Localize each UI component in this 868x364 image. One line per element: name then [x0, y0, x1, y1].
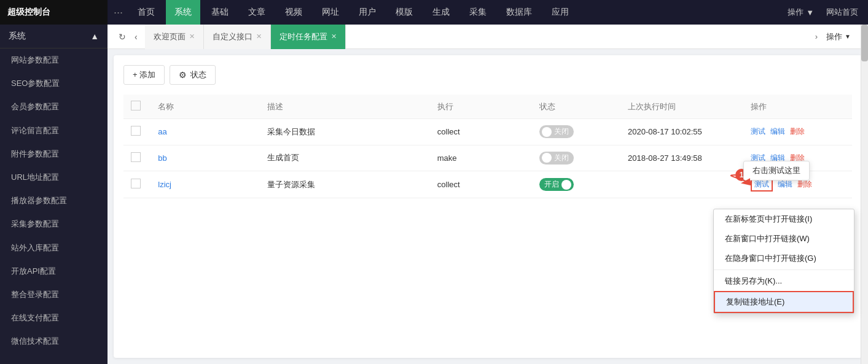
prev-tab-icon[interactable]: ‹ [132, 29, 140, 44]
sidebar-item-attachment[interactable]: 附件参数配置 [0, 142, 108, 166]
row1-time: 2020-08-17 10:02:55 [620, 119, 743, 145]
tab-cron[interactable]: 定时任务配置 ✕ [271, 25, 346, 49]
nav-item-app[interactable]: 应用 [543, 0, 577, 25]
row3-name-link[interactable]: lzicj [158, 180, 171, 189]
sidebar-collapse-icon[interactable]: ▲ [90, 31, 99, 41]
nav-item-user[interactable]: 用户 [350, 0, 385, 25]
row1-toggle[interactable]: 关闭 [539, 125, 574, 138]
row3-exec: collect [430, 171, 532, 198]
row1-edit-link[interactable]: 编辑 [770, 126, 785, 137]
row3-delete-link[interactable]: 删除 [797, 179, 812, 190]
tab-close-custom[interactable]: ✕ [256, 33, 262, 41]
table-header-row: 名称 描述 执行 状态 上次执行时间 操作 [123, 95, 852, 119]
row1-exec: collect [430, 119, 532, 145]
row2-name-link[interactable]: bb [158, 153, 166, 163]
nav-dots[interactable]: ··· [108, 6, 129, 19]
scrollbar-track [861, 25, 868, 364]
sidebar-item-wechat[interactable]: 微信技术配置 [0, 330, 108, 353]
row3-edit-link[interactable]: 编辑 [778, 179, 792, 190]
tab-items: 欢迎页面 ✕ 自定义接口 ✕ 定时任务配置 ✕ [145, 25, 805, 49]
sidebar-item-member[interactable]: 会员参数配置 [0, 95, 108, 118]
sidebar-item-seo[interactable]: SEO参数配置 [0, 72, 108, 95]
top-op-button[interactable]: 操作 ▼ [788, 7, 814, 18]
tab-welcome[interactable]: 欢迎页面 ✕ [145, 25, 204, 49]
row1-status: 关闭 [532, 119, 620, 145]
status-button[interactable]: ⚙ 状态 [170, 65, 216, 85]
sidebar-item-pay[interactable]: 在线支付配置 [0, 306, 108, 330]
row3-name: lzicj [151, 171, 259, 198]
row2-desc: 生成首页 [260, 145, 430, 171]
tab-op-arrow-icon: ▼ [845, 33, 851, 40]
nav-item-collect[interactable]: 采集 [461, 0, 495, 25]
nav-item-url[interactable]: 网址 [313, 0, 348, 25]
row3-time [620, 171, 743, 198]
context-menu-item-incognito[interactable]: 在隐身窗口中打开链接(G) [714, 249, 854, 268]
sidebar-item-player[interactable]: 播放器参数配置 [0, 189, 108, 212]
tab-bar-left: ↻ ‹ [112, 29, 144, 44]
context-menu-item-new-window[interactable]: 在新窗口中打开链接(W) [714, 229, 854, 249]
row1-name-link[interactable]: aa [158, 127, 166, 136]
header-checkbox-cell [123, 95, 151, 119]
nav-item-video[interactable]: 视频 [276, 0, 311, 25]
row2-checkbox[interactable] [131, 152, 141, 162]
nav-item-template[interactable]: 模版 [387, 0, 421, 25]
nav-item-generate[interactable]: 生成 [424, 0, 458, 25]
nav-item-home[interactable]: 首页 [129, 0, 163, 25]
sidebar: 系统 ▲ 网站参数配置 SEO参数配置 会员参数配置 评论留言配置 附件参数配置… [0, 25, 108, 364]
top-site-link[interactable]: 网站首页 [826, 7, 858, 18]
add-button[interactable]: + 添加 [123, 65, 165, 85]
header-status: 状态 [532, 95, 620, 119]
scrollbar-thumb[interactable] [861, 25, 868, 61]
tab-close-cron[interactable]: ✕ [331, 33, 337, 41]
top-nav-right: 操作 ▼ 网站首页 [778, 7, 868, 18]
tab-bar: ↻ ‹ 欢迎页面 ✕ 自定义接口 ✕ 定时任务配置 ✕ [108, 25, 868, 49]
next-tab-icon[interactable]: › [813, 29, 820, 44]
page-toolbar: + 添加 ⚙ 状态 [123, 65, 852, 85]
header-time: 上次执行时间 [620, 95, 743, 119]
select-all-checkbox[interactable] [131, 101, 141, 110]
row1-test-link[interactable]: 测试 [751, 126, 765, 137]
header-exec: 执行 [430, 95, 532, 119]
refresh-icon[interactable]: ↻ [116, 29, 128, 44]
sidebar-item-url[interactable]: URL地址配置 [0, 166, 108, 189]
nav-item-article[interactable]: 文章 [240, 0, 274, 25]
sidebar-item-api[interactable]: 开放API配置 [0, 260, 108, 283]
nav-item-db[interactable]: 数据库 [498, 0, 541, 25]
context-menu: 在新标签页中打开链接(I) 在新窗口中打开链接(W) 在隐身窗口中打开链接(G)… [713, 209, 854, 314]
row1-checkbox[interactable] [131, 126, 141, 136]
tab-op-button[interactable]: 操作 ▼ [820, 29, 857, 45]
brand-label: 超级控制台 [7, 7, 50, 18]
header-name: 名称 [151, 95, 259, 119]
row2-name: bb [151, 145, 259, 171]
row1-delete-link[interactable]: 删除 [790, 126, 805, 137]
context-menu-item-new-tab[interactable]: 在新标签页中打开链接(I) [714, 209, 854, 229]
row3-toggle[interactable]: 开启 [539, 178, 574, 191]
sidebar-item-extern[interactable]: 站外入库配置 [0, 236, 108, 260]
row2-status: 关闭 [532, 145, 620, 171]
sidebar-header: 系统 ▲ [0, 25, 108, 48]
row2-toggle[interactable]: 关闭 [539, 152, 574, 165]
tab-bar-right: › 操作 ▼ [807, 29, 863, 45]
top-nav-items: 首页 系统 基础 文章 视频 网址 用户 模版 生成 采集 数据库 应用 [129, 0, 778, 25]
tab-close-welcome[interactable]: ✕ [189, 33, 195, 41]
row1-name: aa [151, 119, 259, 145]
row1-action-links: 测试 编辑 删除 [751, 126, 845, 137]
nav-item-base[interactable]: 基础 [203, 0, 237, 25]
row3-toggle-circle [561, 180, 571, 190]
nav-item-system[interactable]: 系统 [166, 0, 200, 25]
header-desc: 描述 [260, 95, 430, 119]
context-menu-item-copy-link[interactable]: 复制链接地址(E) [714, 291, 854, 313]
row3-desc: 量子资源采集 [260, 171, 430, 198]
sidebar-item-login[interactable]: 整合登录配置 [0, 283, 108, 306]
row1-desc: 采集今日数据 [260, 119, 430, 145]
row3-checkbox[interactable] [131, 179, 141, 188]
header-action: 操作 [743, 95, 852, 119]
context-menu-separator [714, 269, 854, 270]
row3-status: 开启 [532, 171, 620, 198]
tab-custom-api[interactable]: 自定义接口 ✕ [204, 25, 271, 49]
sidebar-item-collect[interactable]: 采集参数配置 [0, 212, 108, 236]
row1-checkbox-cell [123, 119, 151, 145]
context-menu-item-save[interactable]: 链接另存为(K)... [714, 271, 854, 291]
sidebar-item-comment[interactable]: 评论留言配置 [0, 119, 108, 142]
sidebar-item-website-config[interactable]: 网站参数配置 [0, 48, 108, 72]
